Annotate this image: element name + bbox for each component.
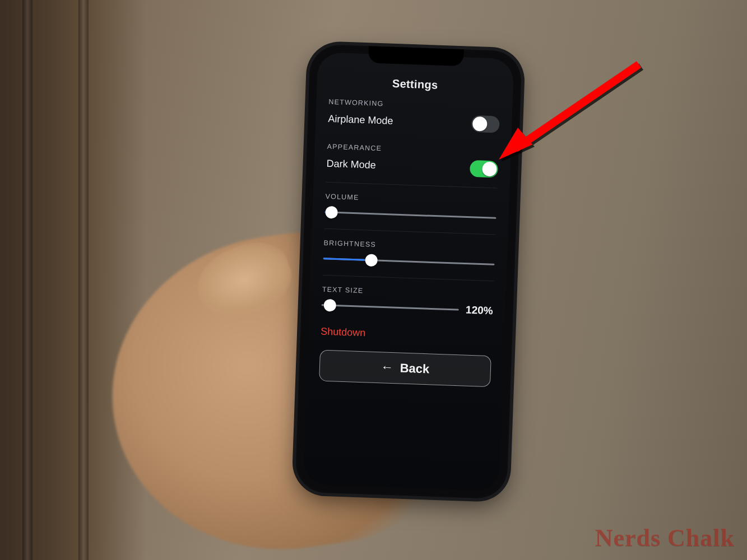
section-header-appearance: APPEARANCE <box>327 143 498 157</box>
section-header-volume: VOLUME <box>325 193 497 207</box>
dark-mode-toggle[interactable] <box>470 160 498 178</box>
shutdown-button[interactable]: Shutdown <box>321 326 493 344</box>
section-header-text-size: TEXT SIZE <box>322 286 494 300</box>
divider <box>326 182 497 189</box>
settings-screen: Settings NETWORKING Airplane Mode APPEAR… <box>303 52 514 491</box>
back-button[interactable]: ← Back <box>319 350 491 388</box>
toggle-knob <box>482 161 497 176</box>
background-curtain <box>0 0 146 560</box>
brightness-slider[interactable] <box>323 253 495 271</box>
section-header-brightness: BRIGHTNESS <box>323 239 495 253</box>
text-size-slider[interactable] <box>321 299 459 316</box>
volume-slider[interactable] <box>324 206 497 225</box>
slider-track <box>322 304 459 311</box>
toggle-knob <box>472 116 488 132</box>
phone-device-frame: Settings NETWORKING Airplane Mode APPEAR… <box>295 44 522 500</box>
arrow-left-icon: ← <box>381 360 393 375</box>
airplane-mode-row: Airplane Mode <box>328 110 500 133</box>
slider-thumb[interactable] <box>325 206 338 219</box>
svg-line-0 <box>516 64 639 148</box>
section-header-networking: NETWORKING <box>328 98 500 112</box>
phone-notch <box>368 46 464 66</box>
slider-thumb[interactable] <box>323 299 336 312</box>
slider-fill <box>323 258 372 261</box>
text-size-value: 120% <box>466 304 493 318</box>
watermark: Nerds Chalk <box>595 524 735 552</box>
dark-mode-label: Dark Mode <box>326 157 376 171</box>
slider-track <box>325 211 497 219</box>
divider <box>323 275 494 282</box>
airplane-mode-label: Airplane Mode <box>328 113 393 127</box>
back-button-label: Back <box>400 361 429 377</box>
divider <box>324 228 496 235</box>
slider-thumb[interactable] <box>365 254 378 267</box>
dark-mode-row: Dark Mode <box>326 155 498 178</box>
page-title: Settings <box>329 75 501 94</box>
airplane-mode-toggle[interactable] <box>471 115 500 133</box>
